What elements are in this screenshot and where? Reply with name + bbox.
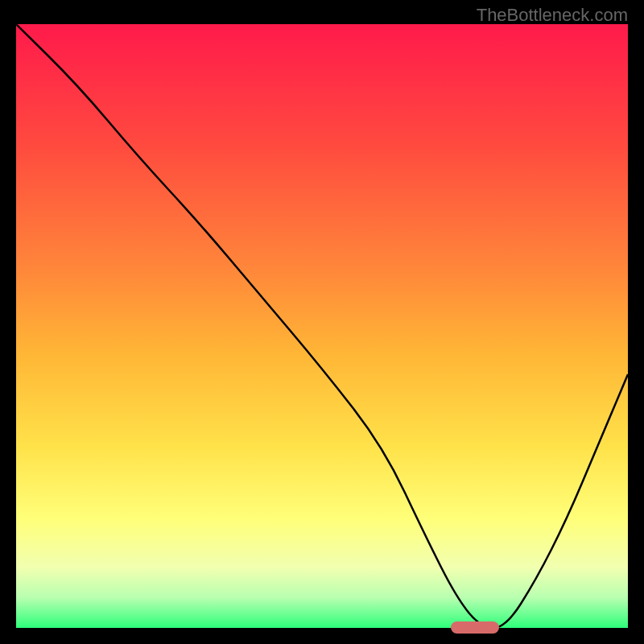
watermark-text: TheBottleneck.com <box>477 5 628 26</box>
optimum-marker <box>451 621 499 634</box>
bottleneck-curve <box>16 24 628 628</box>
bottleneck-plot <box>16 24 628 628</box>
